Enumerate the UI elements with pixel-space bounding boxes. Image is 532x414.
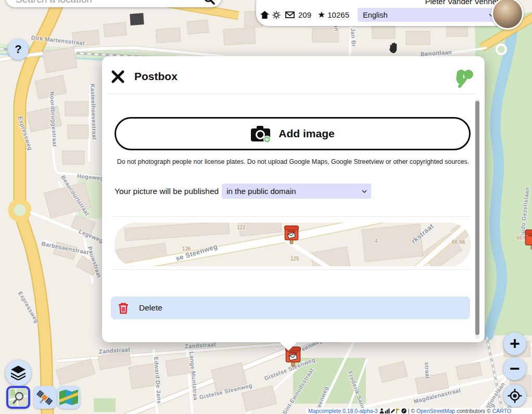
gear-icon[interactable] (272, 11, 281, 19)
mastodon-icon (401, 408, 407, 413)
mapstyle-map-button[interactable] (57, 386, 80, 409)
license-row: Your picture will be published in the pu… (115, 184, 371, 199)
scrollbar-thumb[interactable] (475, 101, 479, 335)
stats-icon (385, 408, 390, 413)
layers-icon (10, 366, 26, 380)
attribution-contributors: contributors © (457, 408, 491, 414)
housenumber-label: 122 (237, 225, 246, 230)
satellite-icon (36, 389, 54, 406)
license-prefix: Your picture will be published (115, 187, 219, 196)
carto-link[interactable]: CARTO (492, 408, 511, 414)
dialog-scrollbar[interactable] (475, 99, 479, 339)
postbox-marker-minimap[interactable] (284, 224, 299, 245)
trash-icon (118, 302, 129, 314)
photo-disclaimer: Do not photograph people nor license pla… (117, 155, 470, 169)
folded-map-icon (59, 390, 78, 405)
username[interactable]: Pieter Vander Vennet (425, 0, 499, 6)
messages-icon[interactable] (285, 11, 295, 18)
pencil-icon (390, 408, 396, 413)
divider (107, 94, 475, 94)
zoom-out-label: − (510, 359, 520, 377)
help-button[interactable]: ? (8, 39, 29, 60)
attribution-bar: Mapcomplete 0.18.0-alpha-3 | © OpenStree… (306, 408, 532, 414)
attribution-separator: | © (408, 408, 415, 414)
home-icon[interactable] (260, 11, 269, 19)
geolocate-button[interactable] (503, 384, 526, 407)
zoom-in-label: + (510, 334, 520, 352)
minimap[interactable]: 122 136 se Steenweg 125 4 rkstraat 66;66 (115, 223, 471, 266)
postbox-marker-partial[interactable] (525, 228, 532, 250)
divider (112, 269, 471, 270)
delete-label: Delete (139, 303, 162, 313)
mapcomplete-version-link[interactable]: Mapcomplete 0.18.0-alpha-3 (308, 408, 378, 414)
postbox-dialog: Postbox Add image Do not photograph peop… (102, 56, 485, 342)
camera-plus-icon (250, 125, 271, 143)
hand-cursor-icon (387, 41, 401, 55)
mapstyle-satellite-button[interactable] (33, 386, 56, 409)
language-value: English (363, 11, 388, 19)
housenumber-label: 125 (290, 256, 299, 262)
chevron-down-icon (362, 190, 367, 193)
housenumber-label: 4 (375, 238, 378, 244)
contributor-icon (379, 408, 384, 413)
search-icon[interactable] (203, 0, 216, 5)
street-label: straat (424, 362, 431, 379)
zoom-in-button[interactable]: + (503, 332, 526, 355)
close-icon[interactable] (111, 70, 125, 84)
language-select[interactable]: English (358, 8, 498, 22)
help-label: ? (15, 43, 21, 56)
license-select[interactable]: in the public domain (222, 184, 371, 199)
geolocate-icon (508, 389, 522, 403)
license-value: in the public domain (226, 187, 296, 196)
mapcomplete-app: Dirk Martensstraat Expressweg Noordbrugg… (0, 0, 532, 414)
layers-button[interactable] (5, 360, 31, 386)
osm-map-thumbnail-icon (9, 389, 27, 406)
search-bar (5, 0, 222, 7)
messages-count: 209 (298, 10, 311, 19)
star-icon: ★ (318, 9, 325, 20)
street-label: Jan Br (350, 28, 357, 47)
add-image-button[interactable]: Add image (115, 117, 471, 150)
attribution-icons (379, 408, 407, 413)
mapcomplete-logo-icon (455, 68, 475, 89)
divider (112, 216, 471, 217)
zoom-out-button[interactable]: − (503, 357, 526, 380)
search-input[interactable] (15, 0, 203, 6)
osm-link[interactable]: OpenStreetMap (416, 408, 455, 414)
delete-button[interactable]: Delete (111, 296, 470, 319)
mapstyle-osm-button[interactable] (6, 386, 30, 409)
flag-icon (396, 408, 401, 413)
housenumber-label: 66;66 (452, 239, 465, 245)
dialog-title: Postbox (134, 70, 178, 83)
stars-count: 10265 (327, 10, 349, 19)
add-image-label: Add image (278, 127, 334, 140)
